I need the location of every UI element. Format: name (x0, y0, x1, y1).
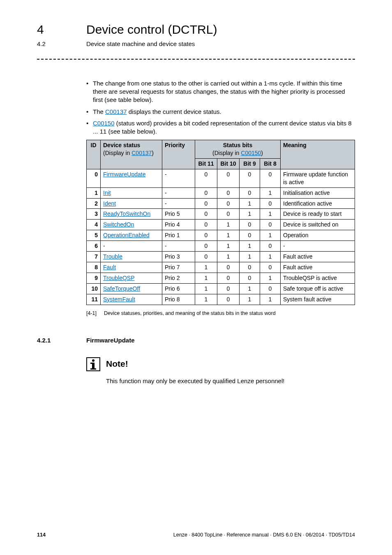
code-link[interactable]: C00150 (93, 120, 115, 127)
cell-bit: 0 (217, 198, 240, 209)
cell-status: Ident (101, 198, 162, 209)
note-label: Note! (106, 358, 128, 370)
cell-id: 9 (87, 273, 101, 283)
cell-status: SwitchedOn (101, 220, 162, 230)
cell-priority: Prio 8 (162, 294, 195, 305)
status-link[interactable]: SystemFault (103, 296, 135, 303)
bullet-list: The change from one status to the other … (86, 79, 355, 136)
cell-status: Init (101, 187, 162, 198)
cell-priority: - (162, 187, 195, 198)
cell-status: TroubleQSP (101, 273, 162, 283)
cell-meaning: TroubleQSP is active (281, 273, 355, 283)
status-link[interactable]: SafeTorqueOff (103, 285, 140, 292)
status-link[interactable]: FirmwareUpdate (103, 171, 145, 178)
cell-bit: 0 (240, 169, 260, 187)
code-link[interactable]: C00137 (131, 150, 152, 156)
cell-meaning: Fault active (281, 262, 355, 273)
status-link[interactable]: Fault (103, 264, 116, 271)
caption-text: Device statuses, priorities, and meaning… (104, 310, 276, 317)
cell-bit: 0 (260, 241, 281, 252)
cell-bit: 1 (217, 220, 240, 230)
cell-bit: 0 (217, 209, 240, 220)
cell-meaning: Fault active (281, 252, 355, 262)
section-title: Device state machine and device states (86, 40, 195, 48)
col-display-pre: (Display in (212, 150, 241, 156)
table-row: 5OperationEnabledPrio 10101Operation (87, 230, 355, 241)
cell-bit: 0 (240, 230, 260, 241)
bullet-text: The (93, 108, 105, 115)
cell-bit: 0 (195, 241, 217, 252)
chapter-number: 4 (37, 21, 86, 38)
status-link[interactable]: OperationEnabled (103, 232, 150, 238)
cell-bit: 1 (240, 209, 260, 220)
cell-id: 10 (87, 283, 101, 294)
cell-status: - (101, 241, 162, 252)
cell-priority: - (162, 169, 195, 187)
cell-priority: Prio 1 (162, 230, 195, 241)
page-number: 114 (37, 532, 46, 539)
cell-bit: 1 (260, 209, 281, 220)
status-link[interactable]: Trouble (103, 253, 122, 260)
status-link[interactable]: ReadyToSwitchOn (103, 210, 150, 217)
table-row: 0FirmwareUpdate-0000Firmware update func… (87, 169, 355, 187)
cell-meaning: - (281, 241, 355, 252)
cell-status: OperationEnabled (101, 230, 162, 241)
cell-meaning: System fault active (281, 294, 355, 305)
cell-meaning: Initialisation active (281, 187, 355, 198)
note-text: This function may only be executed by qu… (106, 377, 355, 385)
cell-priority: Prio 2 (162, 273, 195, 283)
info-icon (86, 357, 100, 371)
code-link[interactable]: C00150 (241, 150, 261, 156)
caption-label: [4-1] (86, 310, 97, 317)
cell-bit: 0 (217, 169, 240, 187)
cell-id: 4 (87, 220, 101, 230)
col-meaning: Meaning (281, 140, 355, 169)
cell-bit: 0 (260, 220, 281, 230)
col-status-bits: Status bits (Display in C00150) (195, 140, 281, 159)
cell-bit: 1 (260, 252, 281, 262)
cell-priority: Prio 7 (162, 262, 195, 273)
subsection-number: 4.2.1 (37, 336, 86, 345)
col-status-bits-label: Status bits (223, 142, 253, 148)
cell-bit: 0 (260, 262, 281, 273)
cell-bit: 0 (240, 262, 260, 273)
cell-id: 5 (87, 230, 101, 241)
status-link[interactable]: TroubleQSP (103, 275, 135, 281)
cell-id: 11 (87, 294, 101, 305)
cell-bit: 0 (195, 169, 217, 187)
status-link[interactable]: Init (103, 190, 111, 196)
cell-bit: 0 (217, 187, 240, 198)
cell-bit: 1 (240, 241, 260, 252)
col-display-post: ) (152, 150, 154, 156)
col-bit9: Bit 9 (240, 159, 260, 169)
col-display-pre: (Display in (103, 150, 131, 156)
cell-bit: 0 (195, 252, 217, 262)
cell-meaning: Safe torque off is active (281, 283, 355, 294)
status-link[interactable]: SwitchedOn (103, 221, 134, 228)
table-row: 3ReadyToSwitchOnPrio 50011Device is read… (87, 209, 355, 220)
code-link[interactable]: C00137 (105, 108, 127, 115)
cell-bit: 0 (240, 187, 260, 198)
status-link[interactable]: Ident (103, 200, 116, 207)
cell-bit: 0 (240, 220, 260, 230)
cell-id: 8 (87, 262, 101, 273)
cell-meaning: Identification active (281, 198, 355, 209)
table-row: 8FaultPrio 71000Fault active (87, 262, 355, 273)
table-row: 6--0110- (87, 241, 355, 252)
col-display-post: ) (261, 150, 263, 156)
page-footer: 114 Lenze · 8400 TopLine · Reference man… (37, 532, 355, 539)
cell-priority: Prio 6 (162, 283, 195, 294)
table-row: 2Ident-0010Identification active (87, 198, 355, 209)
cell-bit: 0 (217, 283, 240, 294)
cell-bit: 1 (240, 252, 260, 262)
cell-bit: 1 (217, 252, 240, 262)
col-bit10: Bit 10 (217, 159, 240, 169)
cell-priority: Prio 5 (162, 209, 195, 220)
cell-id: 6 (87, 241, 101, 252)
list-item: The change from one status to the other … (86, 79, 355, 104)
cell-id: 7 (87, 252, 101, 262)
cell-id: 0 (87, 169, 101, 187)
chapter-title: Device control (DCTRL) (86, 21, 217, 38)
col-id: ID (87, 140, 101, 169)
status-table: ID Device status (Display in C00137) Pri… (86, 140, 355, 305)
